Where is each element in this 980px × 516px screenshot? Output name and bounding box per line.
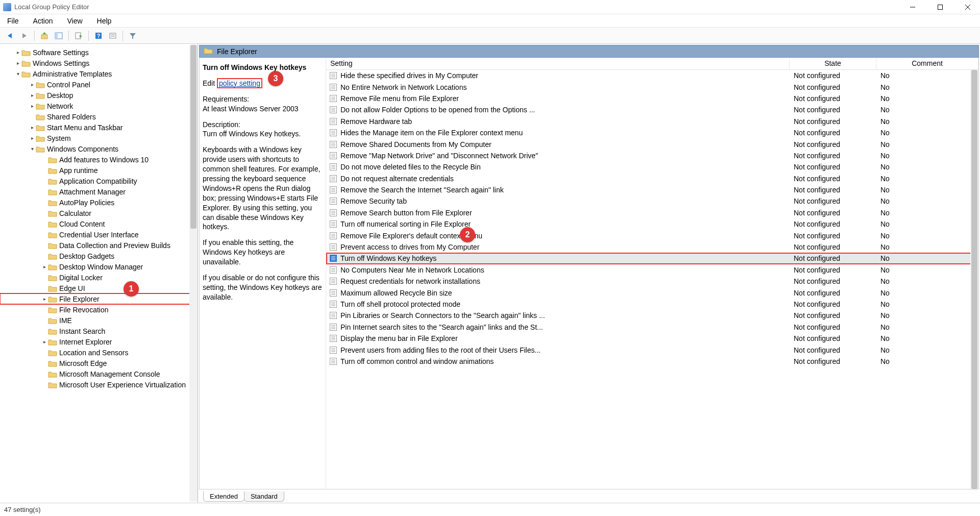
list-row[interactable]: Turn off numerical sorting in File Explo… — [326, 218, 978, 230]
tree-item[interactable]: Credential User Interface — [0, 229, 198, 240]
list-row[interactable]: Do not allow Folder Options to be opened… — [326, 104, 978, 115]
list-row[interactable]: Remove Hardware tabNot configuredNo — [326, 116, 978, 127]
scrollbar-thumb[interactable] — [971, 70, 977, 489]
tab-standard[interactable]: Standard — [244, 492, 284, 502]
tree-item[interactable]: ▸File Explorer — [0, 293, 198, 304]
tree-item[interactable]: Add features to Windows 10 — [0, 154, 198, 165]
up-button[interactable] — [38, 30, 51, 42]
expand-chevron-icon[interactable]: ▸ — [29, 103, 36, 109]
tree-item[interactable]: ▸Network — [0, 101, 198, 111]
show-hide-tree-button[interactable] — [53, 30, 65, 42]
tree-item[interactable]: ▾Administrative Templates — [0, 68, 198, 79]
list-row[interactable]: Pin Libraries or Search Connectors to th… — [326, 310, 978, 321]
tree-item[interactable]: ▸Control Panel — [0, 79, 198, 90]
list-row[interactable]: Display the menu bar in File ExplorerNot… — [326, 333, 978, 344]
list-row[interactable]: Turn off shell protocol protected modeNo… — [326, 299, 978, 310]
tree-item[interactable]: AutoPlay Policies — [0, 197, 198, 208]
back-button[interactable] — [4, 30, 16, 42]
settings-list[interactable]: Setting State Comment Hide these specifi… — [326, 58, 978, 489]
list-scrollbar[interactable] — [970, 70, 978, 489]
expand-chevron-icon[interactable]: ▸ — [14, 60, 21, 66]
expand-chevron-icon[interactable]: ▸ — [29, 92, 36, 98]
tree-item[interactable]: ▸Desktop Window Manager — [0, 261, 198, 272]
tree-item[interactable]: Cloud Content — [0, 218, 198, 229]
col-setting[interactable]: Setting — [326, 58, 790, 69]
policy-setting-link[interactable]: policy setting — [219, 79, 260, 87]
tree-item[interactable]: Attachment Manager — [0, 186, 198, 197]
list-row[interactable]: Remove the Search the Internet "Search a… — [326, 184, 978, 195]
list-row[interactable]: Do not request alternate credentialsNot … — [326, 173, 978, 184]
tree-scrollbar[interactable] — [189, 45, 198, 502]
tree-item[interactable]: ▸Windows Settings — [0, 58, 198, 68]
filter-button[interactable] — [127, 30, 139, 42]
list-row[interactable]: Remove Shared Documents from My Computer… — [326, 138, 978, 150]
list-row[interactable]: Hides the Manage item on the File Explor… — [326, 127, 978, 138]
setting-state: Not configured — [790, 83, 876, 91]
tree-item[interactable]: ▸Software Settings — [0, 47, 198, 58]
tree-item[interactable]: ▸System — [0, 133, 198, 143]
tab-extended[interactable]: Extended — [203, 492, 244, 502]
tree-item[interactable]: Microsoft User Experience Virtualization — [0, 379, 198, 390]
list-row[interactable]: Do not move deleted files to the Recycle… — [326, 161, 978, 173]
tree-item[interactable]: ▸Internet Explorer — [0, 336, 198, 347]
expand-chevron-icon[interactable]: ▸ — [29, 82, 36, 87]
list-row[interactable]: Maximum allowed Recycle Bin sizeNot conf… — [326, 287, 978, 298]
list-row[interactable]: Turn off Windows Key hotkeysNot configur… — [326, 253, 978, 264]
col-comment[interactable]: Comment — [876, 58, 978, 69]
list-row[interactable]: Remove File menu from File ExplorerNot c… — [326, 93, 978, 104]
tree-item[interactable]: Application Compatibility — [0, 176, 198, 186]
list-row[interactable]: Turn off common control and window anima… — [326, 356, 978, 367]
menu-action[interactable]: Action — [31, 16, 55, 26]
tree-item[interactable]: Edge UI — [0, 283, 198, 293]
tree-item[interactable]: ▸Desktop — [0, 90, 198, 101]
forward-button[interactable] — [18, 30, 31, 42]
tree-item[interactable]: IME — [0, 315, 198, 326]
minimize-button[interactable] — [906, 3, 919, 12]
list-row[interactable]: No Computers Near Me in Network Location… — [326, 264, 978, 276]
tree-item[interactable]: ▾Windows Components — [0, 143, 198, 154]
close-button[interactable] — [962, 3, 974, 12]
list-row[interactable]: Prevent users from adding files to the r… — [326, 344, 978, 355]
tree-item[interactable]: Location and Sensors — [0, 347, 198, 358]
col-state[interactable]: State — [790, 58, 876, 69]
list-row[interactable]: No Entire Network in Network LocationsNo… — [326, 81, 978, 92]
list-row[interactable]: Remove "Map Network Drive" and "Disconne… — [326, 150, 978, 161]
list-row[interactable]: Request credentials for network installa… — [326, 276, 978, 287]
expand-chevron-icon[interactable]: ▸ — [41, 264, 48, 269]
setting-state: Not configured — [790, 140, 876, 149]
list-row[interactable]: Prevent access to drives from My Compute… — [326, 241, 978, 253]
menu-file[interactable]: File — [5, 16, 21, 26]
tree-item[interactable]: App runtime — [0, 165, 198, 176]
tree-item[interactable]: Digital Locker — [0, 272, 198, 283]
expand-chevron-icon[interactable]: ▾ — [29, 146, 36, 152]
setting-name: Remove File menu from File Explorer — [340, 94, 459, 103]
tree-item[interactable]: Calculator — [0, 208, 198, 218]
list-row[interactable]: Remove File Explorer's default context m… — [326, 230, 978, 241]
list-row[interactable]: Hide these specified drives in My Comput… — [326, 70, 978, 81]
maximize-button[interactable] — [934, 3, 946, 12]
tree-item[interactable]: Data Collection and Preview Builds — [0, 240, 198, 251]
tree[interactable]: ▸Software Settings▸Windows Settings▾Admi… — [0, 44, 198, 503]
list-row[interactable]: Remove Security tabNot configuredNo — [326, 195, 978, 207]
scrollbar-thumb[interactable] — [190, 45, 197, 229]
properties-button[interactable] — [107, 30, 119, 42]
expand-chevron-icon[interactable]: ▸ — [29, 125, 36, 130]
tree-item[interactable]: File Revocation — [0, 304, 198, 315]
tree-item[interactable]: Instant Search — [0, 326, 198, 336]
tree-item[interactable]: Desktop Gadgets — [0, 251, 198, 261]
list-row[interactable]: Remove Search button from File ExplorerN… — [326, 207, 978, 218]
tree-item[interactable]: Microsoft Edge — [0, 358, 198, 368]
help-button[interactable]: ? — [92, 30, 105, 42]
expand-chevron-icon[interactable]: ▸ — [41, 339, 48, 345]
export-button[interactable] — [72, 30, 85, 42]
expand-chevron-icon[interactable]: ▸ — [41, 296, 48, 302]
expand-chevron-icon[interactable]: ▾ — [14, 71, 21, 77]
tree-item[interactable]: ▸Start Menu and Taskbar — [0, 122, 198, 133]
tree-item[interactable]: Microsoft Management Console — [0, 368, 198, 379]
menu-view[interactable]: View — [65, 16, 84, 26]
list-row[interactable]: Pin Internet search sites to the "Search… — [326, 322, 978, 333]
expand-chevron-icon[interactable]: ▸ — [14, 50, 21, 55]
menu-help[interactable]: Help — [95, 16, 114, 26]
expand-chevron-icon[interactable]: ▸ — [29, 135, 36, 141]
tree-item[interactable]: Shared Folders — [0, 111, 198, 122]
